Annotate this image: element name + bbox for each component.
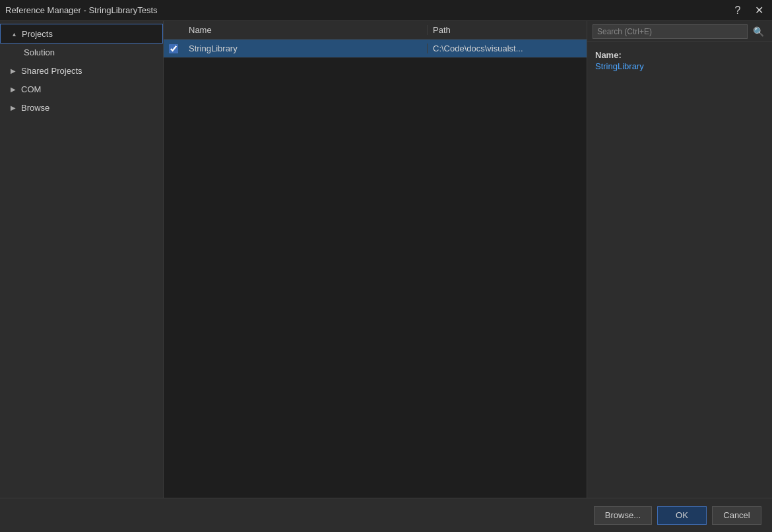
expand-icon-shared-projects: ▶ xyxy=(8,65,18,76)
row-checkbox-container[interactable] xyxy=(164,44,183,53)
main-content: ▴ Projects Solution ▶ Shared Projects ▶ … xyxy=(0,21,772,498)
title-bar-text: Reference Manager - StringLibraryTests xyxy=(5,5,158,15)
right-panel: Name Path StringLibrary C:\Code\docs\vis… xyxy=(164,21,772,498)
title-bar-controls: ? ✕ xyxy=(730,3,767,18)
row-name: StringLibrary xyxy=(183,44,428,53)
sidebar-item-projects[interactable]: ▴ Projects xyxy=(0,24,163,44)
sidebar-item-solution[interactable]: Solution xyxy=(0,44,163,61)
ok-button[interactable]: OK xyxy=(657,506,707,525)
info-content: Name: StringLibrary xyxy=(587,42,772,498)
sidebar-item-browse[interactable]: ▶ Browse xyxy=(0,98,163,117)
row-path: C:\Code\docs\visualst... xyxy=(428,44,587,53)
sidebar-item-com[interactable]: ▶ COM xyxy=(0,80,163,98)
close-button[interactable]: ✕ xyxy=(751,3,767,18)
footer: Browse... OK Cancel xyxy=(0,498,772,532)
col-name-header: Name xyxy=(183,25,428,35)
cancel-button[interactable]: Cancel xyxy=(712,506,761,525)
sidebar-label-projects: Projects xyxy=(22,29,53,39)
search-input[interactable] xyxy=(593,24,748,39)
sidebar-item-shared-projects[interactable]: ▶ Shared Projects xyxy=(0,61,163,80)
sidebar: ▴ Projects Solution ▶ Shared Projects ▶ … xyxy=(0,21,164,498)
search-button[interactable]: 🔍 xyxy=(750,25,767,38)
browse-button[interactable]: Browse... xyxy=(594,506,652,525)
expand-icon-projects: ▴ xyxy=(9,28,19,39)
table-area: Name Path StringLibrary C:\Code\docs\vis… xyxy=(164,21,587,498)
table-header: Name Path xyxy=(164,21,587,40)
sidebar-label-shared-projects: Shared Projects xyxy=(21,66,82,76)
info-panel: 🔍 Name: StringLibrary xyxy=(587,21,772,498)
expand-icon-com: ▶ xyxy=(8,84,18,94)
sidebar-label-solution: Solution xyxy=(24,47,55,57)
sidebar-label-com: COM xyxy=(21,84,41,94)
expand-icon-browse: ▶ xyxy=(8,102,18,113)
help-button[interactable]: ? xyxy=(730,3,746,18)
sidebar-label-browse: Browse xyxy=(21,103,49,113)
col-path-header: Path xyxy=(428,25,587,35)
info-name-label: Name: xyxy=(595,50,764,60)
row-checkbox[interactable] xyxy=(169,44,178,53)
table-row[interactable]: StringLibrary C:\Code\docs\visualst... xyxy=(164,40,587,58)
title-bar: Reference Manager - StringLibraryTests ?… xyxy=(0,0,772,21)
table-body: StringLibrary C:\Code\docs\visualst... xyxy=(164,40,587,498)
info-name-value: StringLibrary xyxy=(595,61,764,71)
search-bar: 🔍 xyxy=(587,21,772,42)
